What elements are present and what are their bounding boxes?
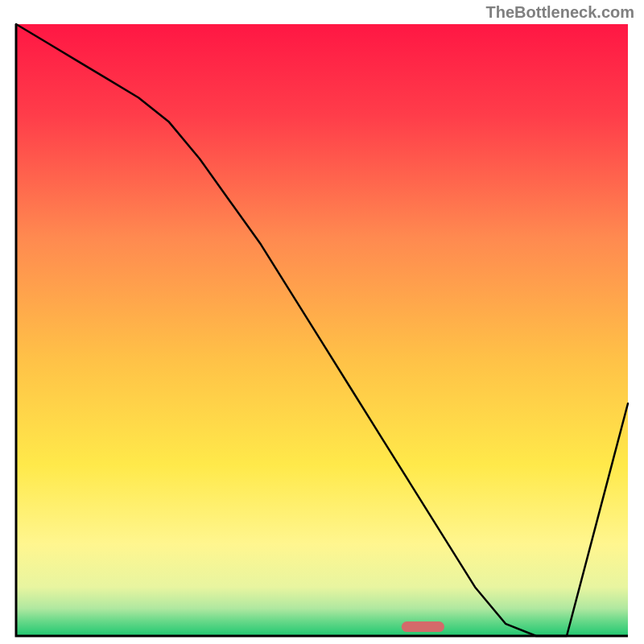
svg-rect-1 [402, 621, 444, 632]
watermark-text: TheBottleneck.com [486, 3, 634, 22]
chart-container: TheBottleneck.com [0, 0, 644, 644]
svg-rect-0 [16, 24, 628, 636]
bottleneck-chart [0, 0, 644, 644]
